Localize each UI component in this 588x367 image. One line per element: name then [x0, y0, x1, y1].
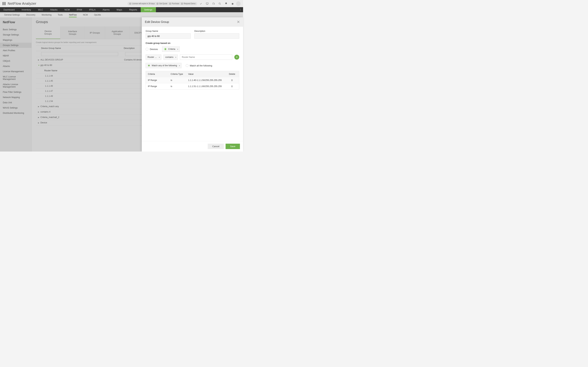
- panel-title: Edit Device Group: [145, 20, 169, 24]
- description-label: Description: [194, 30, 239, 32]
- close-icon[interactable]: ✕: [237, 20, 240, 24]
- criteria-row: IP Rangeis1.1.1.51-1.1.1.60/255.255.255.…: [146, 83, 239, 89]
- group-name-label: Group Name: [146, 30, 190, 32]
- mainnav-reports[interactable]: Reports: [126, 7, 141, 12]
- mainnav-ncm[interactable]: NCM: [61, 7, 73, 12]
- svg-point-1: [219, 3, 220, 4]
- criteria-op-select[interactable]: contains: [164, 55, 178, 60]
- mainnav-dashboard[interactable]: Dashboard: [0, 7, 18, 12]
- subnav-monitoring[interactable]: Monitoring: [38, 12, 55, 17]
- mainnav-ipsla[interactable]: IPSLA: [86, 7, 99, 12]
- trash-icon[interactable]: 🗑: [231, 79, 233, 82]
- crit-h4: Delete: [225, 71, 239, 77]
- group-name-input[interactable]: [146, 33, 190, 39]
- edit-device-group-panel: Edit Device Group ✕ Group Name Descripti…: [142, 17, 243, 151]
- subnav-tools[interactable]: Tools: [55, 12, 66, 17]
- mainnav-alarms[interactable]: Alarms: [99, 7, 113, 12]
- subnav-ncm[interactable]: NCM: [80, 12, 91, 17]
- mainnav-maps[interactable]: Maps: [113, 7, 126, 12]
- basis-label: Create group based on: [146, 42, 239, 44]
- basis-devices-radio[interactable]: Devices: [146, 48, 158, 50]
- gear-icon[interactable]: [231, 2, 234, 5]
- save-button[interactable]: Save: [225, 144, 240, 149]
- match-all-radio[interactable]: Match all the following: [186, 64, 212, 67]
- dollar-icon: [156, 3, 159, 5]
- panel-header: Edit Device Group ✕: [142, 17, 243, 27]
- request-demo-link[interactable]: Request Demo: [181, 3, 196, 5]
- search-icon[interactable]: [218, 2, 221, 5]
- headset-icon[interactable]: [212, 2, 215, 5]
- mainnav-attacks[interactable]: Attacks: [47, 7, 61, 12]
- criteria-table: Criteria Criteria Type Value Delete IP R…: [146, 71, 239, 90]
- cart-icon: [169, 3, 171, 5]
- mainnav-more-icon[interactable]: ⋮: [238, 7, 243, 12]
- svg-rect-0: [206, 3, 208, 4]
- subnav-oputils[interactable]: OpUtils: [91, 12, 104, 17]
- crit-h3: Value: [186, 71, 225, 77]
- rocket-icon[interactable]: [199, 2, 202, 5]
- crit-h2: Criteria Type: [169, 71, 186, 77]
- add-criteria-button[interactable]: +: [234, 55, 239, 60]
- app-logo: NetFlow Analyzer: [8, 1, 36, 6]
- criteria-value-input[interactable]: [180, 55, 232, 60]
- get-quote-link[interactable]: Get Quote: [156, 3, 167, 5]
- apps-grid-icon[interactable]: [2, 2, 6, 5]
- topbar: NetFlow Analyzer License will expire in …: [0, 0, 243, 7]
- purchase-link[interactable]: Purchase: [169, 3, 179, 5]
- mainnav-settings[interactable]: Settings: [141, 7, 156, 12]
- sub-nav: General SettingsDiscoveryMonitoringTools…: [0, 12, 243, 17]
- bell-icon[interactable]: [225, 2, 228, 5]
- main-nav: DashboardInventoryWLCAttacksNCMIPAMIPSLA…: [0, 7, 243, 12]
- subnav-netflow[interactable]: NetFlow: [66, 12, 80, 17]
- license-expiry[interactable]: License will expire in 28 days: [129, 3, 155, 5]
- demo-icon: [181, 3, 183, 5]
- license-pill: License will expire in 28 days Get Quote…: [127, 2, 197, 5]
- criteria-row: IP Rangeis1.1.1.40-1.1.1.50/255.255.255.…: [146, 77, 239, 83]
- description-input[interactable]: [194, 33, 239, 39]
- mainnav-inventory[interactable]: Inventory: [18, 7, 35, 12]
- basis-criteria-radio[interactable]: Criteria: [162, 47, 180, 52]
- subnav-discovery[interactable]: Discovery: [23, 12, 38, 17]
- clock-icon: [129, 3, 131, 5]
- mainnav-ipam[interactable]: IPAM: [73, 7, 86, 12]
- monitor-icon[interactable]: [206, 2, 209, 5]
- crit-h1: Criteria: [146, 71, 169, 77]
- subnav-general-settings[interactable]: General Settings: [1, 12, 23, 17]
- criteria-field-select[interactable]: Router …: [146, 55, 161, 60]
- mainnav-wlc[interactable]: WLC: [35, 7, 47, 12]
- cancel-button[interactable]: Cancel: [208, 144, 224, 149]
- avatar[interactable]: [236, 1, 241, 6]
- trash-icon[interactable]: 🗑: [231, 85, 233, 88]
- match-any-radio[interactable]: Match any of the following: [146, 63, 182, 68]
